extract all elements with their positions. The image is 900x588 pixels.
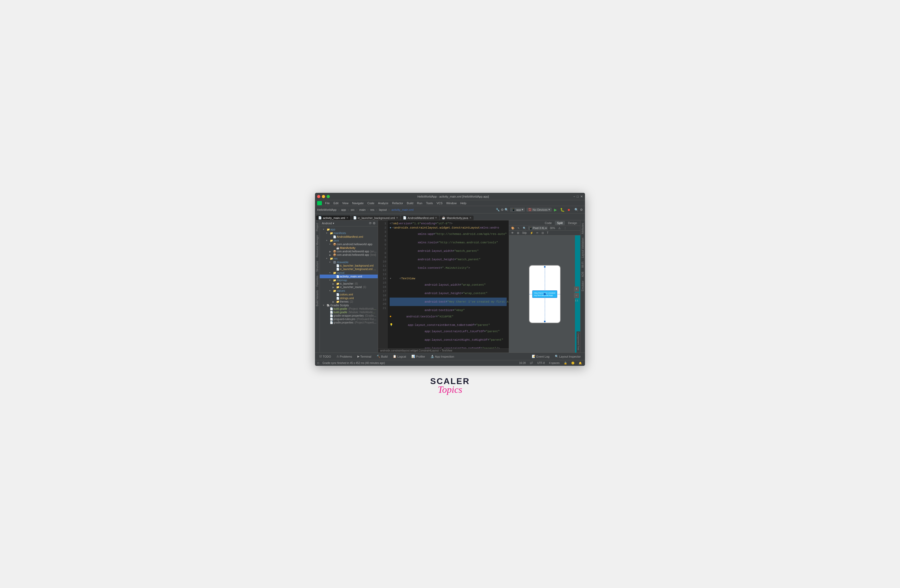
tree-mainactivity[interactable]: ☕ MainActivity bbox=[320, 246, 378, 250]
text-icon[interactable]: T bbox=[546, 231, 549, 235]
tree-values[interactable]: ▾ 📁 values bbox=[320, 289, 378, 292]
tab-code[interactable]: Code bbox=[543, 221, 554, 225]
notification-icon[interactable]: 🔔 bbox=[577, 362, 583, 365]
adb-tab[interactable]: ADB bbox=[581, 270, 585, 279]
menu-edit[interactable]: Edit bbox=[332, 201, 340, 205]
menu-window[interactable]: Window bbox=[445, 201, 458, 205]
tree-res[interactable]: ▾ 📁 res bbox=[320, 257, 378, 260]
bottom-tab-profiler[interactable]: 📊 Profiler bbox=[409, 354, 427, 359]
tree-gradle-wrapper[interactable]: 📄 gradle-wrapper.properties (Gradle Vers… bbox=[320, 314, 378, 317]
warning-icon[interactable]: ⚠ bbox=[557, 226, 562, 230]
margin-icon[interactable]: 0dp bbox=[521, 231, 528, 235]
tree-drawable[interactable]: ▾ 🖼 drawable bbox=[320, 260, 378, 264]
menu-help[interactable]: Help bbox=[459, 201, 468, 205]
bottom-tab-event-log[interactable]: 📝 Event Log bbox=[530, 354, 552, 359]
palette-icon[interactable]: 🎨 bbox=[510, 226, 515, 230]
eye-icon[interactable]: 👁 bbox=[510, 231, 515, 235]
tree-layout[interactable]: ▾ 📁 layout bbox=[320, 271, 378, 275]
tab-close-2[interactable]: ✕ bbox=[435, 217, 437, 219]
emulator-tab[interactable]: Emulator bbox=[581, 279, 585, 293]
tree-package-test[interactable]: ▶ 📦 com.android.helloworld app [test] bbox=[320, 253, 378, 257]
pen-icon[interactable]: ✏ bbox=[535, 231, 540, 235]
tree-activity-main-xml[interactable]: 📄 activity_main.xml bbox=[320, 275, 378, 278]
project-tree[interactable]: ▾ 📁 app ▾ 📁 manifests 📄 AndroidManifest.… bbox=[320, 226, 378, 353]
device-selector[interactable]: 📱 Pixel 3 XL ▾ bbox=[528, 226, 548, 230]
cursor-position[interactable]: 16:28 bbox=[518, 362, 527, 365]
settings-gear-icon[interactable]: ⚙ bbox=[580, 208, 583, 212]
attributes-panel-tab[interactable]: Attributes bbox=[581, 221, 585, 236]
debug-button[interactable]: 🐛 bbox=[559, 207, 565, 212]
tab-android-manifest[interactable]: 📄 AndroidManifest.xml ✕ bbox=[401, 215, 439, 220]
menu-vcs[interactable]: VCS bbox=[435, 201, 444, 205]
bottom-tab-build[interactable]: 🔨 Build bbox=[374, 354, 389, 359]
menu-refactor[interactable]: Refactor bbox=[390, 201, 405, 205]
tree-build-gradle-module[interactable]: 📄 build.gradle (Module: HelloWorldApp.a.… bbox=[320, 311, 378, 314]
search-button[interactable]: 🔍 bbox=[574, 208, 579, 212]
face-icon[interactable]: 🙂 bbox=[570, 362, 576, 365]
minimize-icon[interactable]: − bbox=[573, 195, 575, 198]
menu-view[interactable]: View bbox=[341, 201, 350, 205]
minimize-button[interactable] bbox=[322, 195, 325, 198]
code-editor[interactable]: 12345 678910 1112131415 1617181920 21 <?… bbox=[378, 220, 509, 353]
menu-file[interactable]: File bbox=[323, 201, 331, 205]
menu-run[interactable]: Run bbox=[415, 201, 424, 205]
tree-ic-launcher[interactable]: ▶ 📁 ic_launcher (6) bbox=[320, 282, 378, 285]
tab-activity-main[interactable]: 📄 activity_main.xml ✕ bbox=[316, 215, 351, 220]
android-dropdown[interactable]: Android ▾ bbox=[322, 222, 334, 225]
constraint-icon[interactable]: ⚡ bbox=[529, 231, 534, 235]
restore-icon[interactable]: □ bbox=[577, 195, 579, 198]
tree-themes[interactable]: ▶ 📁 themes (2) bbox=[320, 300, 378, 303]
tree-app[interactable]: ▾ 📁 app bbox=[320, 227, 378, 231]
tree-proguard[interactable]: 📄 proguard-rules.pro (ProGuard Rules f..… bbox=[320, 317, 378, 321]
tab-close-3[interactable]: ✕ bbox=[469, 217, 472, 219]
design-preview[interactable]: Hey there! I've createdmy first Android … bbox=[509, 235, 580, 353]
tree-colors-xml[interactable]: 📄 colors.xml bbox=[320, 292, 378, 296]
project-panel-tab[interactable]: Project bbox=[315, 221, 319, 233]
bottom-tab-problems[interactable]: ⚠ Problems bbox=[334, 354, 354, 359]
sync-icon[interactable]: ⟳ bbox=[369, 221, 372, 225]
code-content[interactable]: <?xml version="1.0" encoding="utf-8"?> ●… bbox=[388, 220, 509, 348]
bottom-tab-logcat[interactable]: 📋 Logcat bbox=[391, 354, 408, 359]
tree-ic-launcher-bg[interactable]: 📄 ic_launcher_background.xml bbox=[320, 264, 378, 268]
stop-button[interactable]: ■ bbox=[567, 207, 571, 212]
breadcrumb-textview[interactable]: TextView bbox=[442, 349, 452, 352]
menu-code[interactable]: Code bbox=[366, 201, 376, 205]
tree-gradle-scripts[interactable]: ▾ 🐘 Gradle Scripts bbox=[320, 303, 378, 307]
tree-mipmap[interactable]: ▾ 📁 mipmap bbox=[320, 278, 378, 282]
breadcrumb-constraint-layout[interactable]: androidx.constraintlayout.widget.Constra… bbox=[380, 349, 439, 352]
zoom-out-button[interactable]: − bbox=[574, 293, 579, 298]
menu-analyze[interactable]: Analyze bbox=[376, 201, 390, 205]
tab-ic-launcher-bg[interactable]: 📄 ic_launcher_background.xml ✕ bbox=[351, 215, 400, 220]
layout-validation-panel-tab[interactable]: Layout Validation bbox=[581, 236, 585, 260]
close-icon[interactable]: ✕ bbox=[580, 195, 583, 198]
tree-strings-xml[interactable]: 📄 strings.xml bbox=[320, 296, 378, 300]
no-devices-selector[interactable]: 📵 No Devices ▾ bbox=[526, 207, 551, 212]
tree-ic-launcher-fg[interactable]: 📄 ic_launcher_foreground.xml (x24) bbox=[320, 268, 378, 271]
zoom-in-button[interactable]: + bbox=[574, 286, 579, 292]
menu-navigate[interactable]: Navigate bbox=[351, 201, 365, 205]
component-tree-label[interactable]: Component Tree bbox=[577, 331, 580, 353]
build-variants-tab[interactable]: Build Variants bbox=[315, 289, 319, 308]
tree-gradle-properties[interactable]: 📄 gradle.properties (Project Properties) bbox=[320, 321, 378, 324]
menu-tools[interactable]: Tools bbox=[424, 201, 434, 205]
line-ending[interactable]: LF bbox=[529, 362, 534, 365]
zoom-level[interactable]: 30% bbox=[549, 226, 556, 230]
menu-build[interactable]: Build bbox=[405, 201, 415, 205]
wifi-tab[interactable]: Wi-Fi bbox=[581, 260, 585, 269]
zoom-icon[interactable]: 🔍 bbox=[522, 226, 527, 230]
layout-icon[interactable]: ⊞ bbox=[516, 231, 520, 235]
tab-design[interactable]: Design bbox=[566, 221, 579, 225]
play-button[interactable]: ▶ bbox=[553, 207, 558, 212]
tree-package-android[interactable]: ▶ 📦 com.android.helloworld app [android] bbox=[320, 250, 378, 253]
tree-androidmanifest[interactable]: 📄 AndroidManifest.xml bbox=[320, 235, 378, 238]
favorites-tab[interactable]: Favorites bbox=[315, 274, 319, 288]
resource-manager-tab[interactable]: Resource Manager bbox=[315, 233, 319, 259]
tab-close-1[interactable]: ✕ bbox=[396, 217, 398, 219]
tab-close-0[interactable]: ✕ bbox=[346, 217, 348, 219]
bottom-tab-layout-inspector[interactable]: 🔍 Layout Inspector bbox=[553, 354, 583, 359]
settings-icon[interactable]: ⚙ bbox=[373, 221, 376, 225]
bottom-tab-app-inspection[interactable]: 🔬 App Inspection bbox=[428, 354, 456, 359]
tab-main-activity[interactable]: ☕ MainActivity.java ✕ bbox=[440, 215, 473, 220]
tree-build-gradle-project[interactable]: 📄 build.gradle (Project: HelloWorldApp) bbox=[320, 307, 378, 311]
tree-ic-launcher-round[interactable]: ▶ 📁 ic_launcher_round (6) bbox=[320, 285, 378, 289]
